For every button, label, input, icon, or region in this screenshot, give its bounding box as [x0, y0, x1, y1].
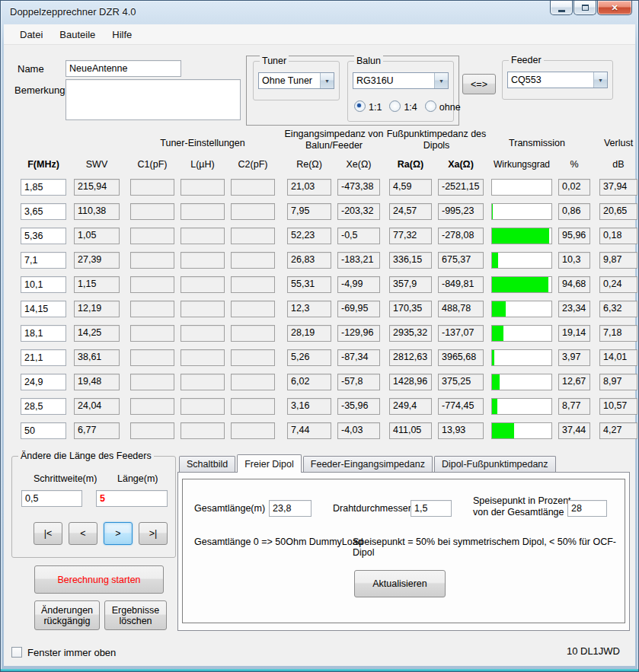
value-field: 2935,32 [389, 325, 432, 342]
aktualisieren-button[interactable]: Aktualisieren [354, 570, 446, 597]
freq-input[interactable] [21, 301, 66, 317]
value-field [130, 301, 174, 317]
schrittweite-input[interactable] [21, 490, 82, 507]
table-column-headers: F(MHz) SWV C1(pF) L(µH) C2(pF) Re(Ω) Xe(… [4, 159, 635, 170]
radio-ohne[interactable] [425, 100, 436, 112]
value-field: 13,93 [438, 422, 484, 439]
value-field: 23,34 [558, 301, 590, 317]
col-header-db: dB [599, 159, 637, 170]
value-field [181, 252, 225, 269]
freq-input[interactable] [21, 349, 66, 366]
speisepunkt-label: Speisepunkt in Prozent von der Gesamtlän… [473, 495, 575, 518]
berechnung-starten-button[interactable]: Berechnung starten [34, 565, 164, 594]
value-field: 6,77 [74, 422, 120, 439]
tuner-select[interactable]: Ohne Tuner ▼ [258, 72, 334, 89]
balun-select[interactable]: RG316U ▼ [353, 72, 449, 89]
value-field [181, 374, 225, 390]
status-callsign: 10 DL1JWD [567, 645, 620, 657]
bemerkung-input[interactable] [65, 79, 241, 120]
freq-input[interactable] [21, 179, 66, 196]
value-field: 0,24 [599, 276, 637, 293]
first-step-button[interactable]: |< [34, 522, 62, 545]
value-field [130, 325, 174, 342]
titlebar[interactable]: Doppelzepprechner DZR 4.0 ✕ [1, 1, 638, 24]
tuner-balun-panel: Tuner Ohne Tuner ▼ Balun RG316U ▼ 1:11:4… [246, 56, 459, 126]
group-header-eingangsimpedanz: Eingangsimpedanz von Balun/Feeder [283, 129, 385, 151]
wirkungsgrad-bar [491, 374, 552, 390]
freq-input[interactable] [21, 374, 66, 390]
value-field: 1,15 [74, 276, 120, 293]
feeder-select[interactable]: CQ553 ▼ [507, 72, 608, 88]
col-header-c1: C1(pF) [130, 159, 174, 170]
minimize-button[interactable] [550, 1, 573, 15]
maximize-button[interactable] [574, 1, 596, 15]
table-row: 14,2528,19-129,962935,32-137,0719,147,18 [4, 325, 635, 342]
name-input[interactable] [65, 60, 181, 77]
client-area: Name Bemerkung Tuner Ohne Tuner ▼ Balun … [4, 45, 635, 666]
value-field [231, 374, 275, 390]
last-step-button[interactable]: >| [139, 522, 168, 545]
close-button[interactable]: ✕ [597, 1, 632, 15]
freq-input[interactable] [21, 276, 66, 293]
value-field: 26,83 [287, 252, 331, 269]
aenderungen-rueckgaengig-button[interactable]: Änderungen rückgängig [34, 600, 100, 630]
value-field: 52,23 [287, 228, 331, 244]
balun-group-label: Balun [354, 56, 383, 66]
menu-item-datei[interactable]: Datei [11, 26, 51, 43]
gesamtlaenge-input[interactable] [269, 500, 312, 517]
wirkungsgrad-bar [491, 179, 552, 196]
value-field [231, 228, 275, 244]
tab-feeder-eingangsimpedanz[interactable]: Feeder-Eingangsimpedanz [303, 456, 433, 473]
group-header-transmission: Transmission [491, 138, 583, 149]
balun-groupbox: Balun RG316U ▼ 1:11:4ohne [347, 61, 454, 122]
value-field: 1428,96 [389, 374, 432, 390]
tab-schaltbild[interactable]: Schaltbild [179, 456, 235, 473]
gesamtlaenge-label: Gesamtlänge(m) [194, 503, 265, 514]
ergebnisse-loeschen-button[interactable]: Ergebnisse löschen [104, 600, 167, 630]
value-field [181, 301, 225, 317]
table-row: 24,043,16-35,96249,4-774,458,7710,57 [4, 398, 635, 415]
value-field [181, 276, 225, 293]
value-field: 24,57 [389, 203, 432, 220]
value-field: 4,27 [599, 422, 637, 439]
freq-input[interactable] [21, 325, 66, 342]
tab-freier-dipol[interactable]: Freier Dipol [237, 454, 302, 473]
freq-input[interactable] [21, 252, 66, 269]
value-field: 7,95 [287, 203, 331, 220]
value-field [231, 179, 275, 196]
value-field [231, 325, 275, 342]
minimize-icon [558, 10, 565, 12]
tab-control: SchaltbildFreier DipolFeeder-Eingangsimp… [177, 456, 630, 631]
freq-input[interactable] [21, 228, 66, 244]
value-field: 12,67 [558, 374, 590, 390]
col-header-xe: Xe(Ω) [337, 159, 380, 170]
value-field: -129,96 [337, 325, 380, 342]
radio-1-1-label: 1:1 [369, 102, 382, 113]
drahtdurchmesser-input[interactable] [411, 500, 452, 517]
feeder-group-label: Feeder [509, 55, 544, 65]
value-field [231, 349, 275, 366]
freq-input[interactable] [21, 203, 66, 220]
value-field [231, 422, 275, 439]
window-controls: ✕ [550, 1, 632, 15]
radio-1-1[interactable] [354, 100, 366, 112]
speisepunkt-input[interactable] [567, 500, 607, 517]
col-header-pct: % [558, 159, 590, 170]
menu-item-bauteile[interactable]: Bauteile [51, 26, 104, 43]
swap-balun-feeder-button[interactable]: <=> [462, 74, 496, 94]
col-header-re: Re(Ω) [287, 159, 331, 170]
laenge-input[interactable] [96, 490, 168, 507]
feeder-length-title: Ändere die Länge des Feeders [18, 451, 154, 461]
value-field: 27,39 [74, 252, 120, 269]
value-field: 10,3 [558, 252, 590, 269]
fenster-immer-oben-checkbox[interactable] [11, 647, 22, 658]
tab-dipol-fußpunktimpedanz[interactable]: Dipol-Fußpunktimpedanz [434, 456, 556, 473]
radio-1-4[interactable] [389, 100, 401, 112]
value-field: 357,9 [389, 276, 432, 293]
step-back-button[interactable]: < [69, 522, 97, 545]
freq-input[interactable] [21, 398, 66, 415]
freq-input[interactable] [21, 422, 66, 439]
value-field: -137,07 [438, 325, 484, 342]
step-forward-button[interactable]: > [104, 522, 133, 545]
menu-item-hilfe[interactable]: Hilfe [104, 26, 140, 43]
